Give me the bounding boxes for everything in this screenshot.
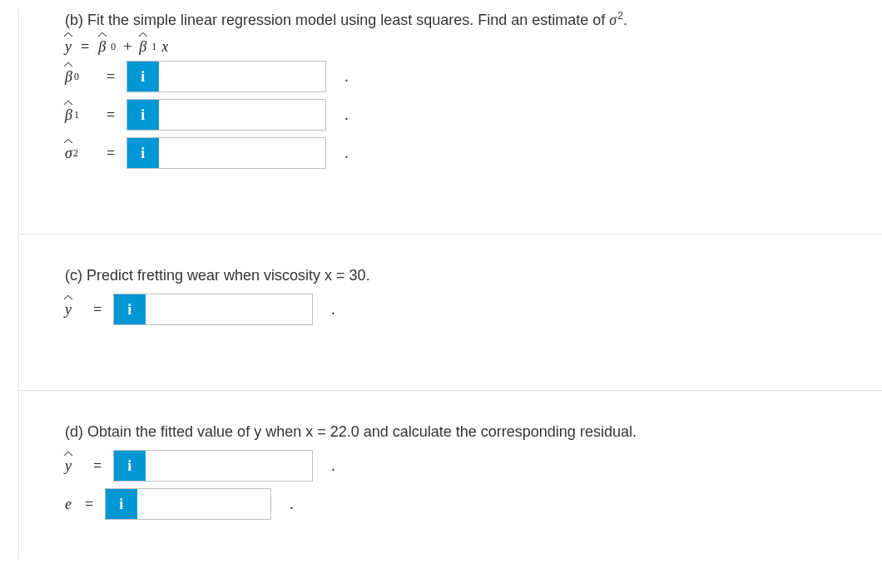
sigma2-hat: σ [65, 145, 72, 162]
beta0-hat: β [65, 68, 72, 86]
period: . [331, 301, 335, 319]
sigma2-input-group: i [126, 137, 326, 169]
yhat-d-input[interactable] [146, 451, 312, 481]
e-row: e = i . [65, 488, 836, 520]
beta0-input[interactable] [159, 62, 325, 91]
yhat-d-label: y [65, 457, 82, 475]
beta1-sub: 1 [151, 41, 156, 53]
plus-sign: + [122, 38, 132, 56]
info-icon[interactable]: i [114, 451, 146, 481]
beta0-row: β 0 = i . [65, 61, 836, 92]
yhat-d-symbol: y [65, 457, 72, 475]
part-b-prompt: (b) Fit the simple linear regression mod… [65, 8, 836, 32]
yhat-c-symbol: y [65, 301, 72, 319]
e-input[interactable] [137, 489, 270, 519]
info-icon[interactable]: i [127, 138, 159, 168]
yhat-d-input-group: i [113, 450, 313, 482]
sigma2-equals: = [107, 145, 115, 162]
sigma2-input[interactable] [159, 138, 325, 168]
yhat-d-row: y = i . [65, 450, 836, 482]
regression-equation: y = β0 + β1 x [65, 38, 836, 56]
beta0-equals: = [107, 68, 115, 86]
beta1-label: β 1 [65, 106, 95, 124]
section-d: (d) Obtain the fitted value of y when x … [18, 391, 882, 560]
info-icon[interactable]: i [127, 100, 159, 130]
sigma-var: σ [609, 12, 617, 28]
yhat-c-label: y [65, 301, 82, 319]
beta1-input[interactable] [159, 100, 325, 130]
beta1-row: β 1 = i . [65, 99, 836, 131]
beta0-input-group: i [126, 61, 326, 92]
section-c: (c) Predict fretting wear when viscosity… [18, 235, 882, 391]
beta1-label-sub: 1 [74, 109, 79, 121]
sigma-sup: 2 [617, 10, 623, 22]
section-b: (b) Fit the simple linear regression mod… [18, 8, 882, 235]
yhat-d-equals: = [93, 457, 102, 475]
question-container: (b) Fit the simple linear regression mod… [0, 0, 882, 560]
part-d-prompt: (d) Obtain the fitted value of y when x … [65, 421, 836, 443]
sigma2-row: σ 2 = i . [65, 137, 836, 169]
beta0-label: β 0 [65, 68, 95, 86]
e-input-group: i [105, 488, 271, 520]
info-icon[interactable]: i [127, 62, 159, 91]
e-equals: = [85, 496, 93, 513]
beta1-input-group: i [126, 99, 326, 131]
yhat-c-row: y = i . [65, 294, 836, 325]
beta1-symbol: β [139, 38, 146, 56]
part-b-suffix: . [623, 12, 627, 28]
yhat-c-input-group: i [113, 294, 313, 325]
part-c-prompt: (c) Predict fretting wear when viscosity… [65, 264, 836, 287]
yhat-c-input[interactable] [146, 294, 312, 324]
e-symbol: e [65, 496, 72, 513]
beta1-hat: β [65, 106, 72, 124]
beta0-sub: 0 [111, 41, 116, 53]
period: . [344, 145, 349, 162]
x-var: x [161, 38, 168, 56]
period: . [331, 457, 335, 475]
yhat-c-equals: = [93, 301, 102, 319]
period: . [290, 496, 294, 513]
period: . [344, 106, 349, 124]
beta0-label-sub: 0 [74, 71, 79, 83]
beta0-symbol: β [98, 38, 106, 56]
info-icon[interactable]: i [106, 489, 137, 519]
beta1-equals: = [107, 106, 115, 124]
period: . [344, 68, 349, 86]
sigma2-label: σ 2 [65, 145, 95, 162]
e-label: e [65, 496, 82, 513]
equals-1: = [80, 38, 90, 56]
yhat-symbol: y [65, 38, 72, 56]
sigma2-sup: 2 [73, 147, 78, 160]
part-b-text: (b) Fit the simple linear regression mod… [65, 12, 609, 28]
info-icon[interactable]: i [114, 294, 146, 324]
